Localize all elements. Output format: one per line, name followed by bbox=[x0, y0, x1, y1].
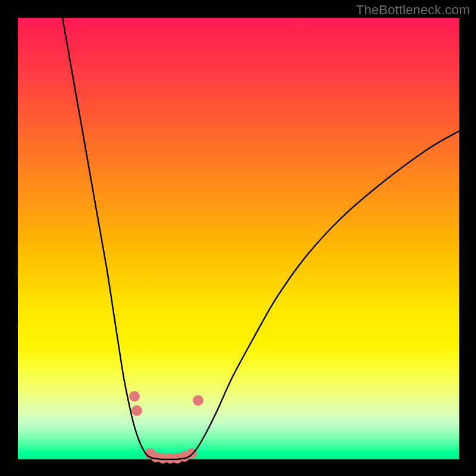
bottleneck-curve bbox=[62, 18, 459, 459]
plot-area bbox=[18, 18, 459, 459]
chart-frame: TheBottleneck.com bbox=[0, 0, 476, 476]
watermark-text: TheBottleneck.com bbox=[356, 2, 470, 18]
marker-dots bbox=[129, 391, 203, 464]
marker-dot bbox=[129, 391, 140, 402]
marker-dot bbox=[131, 405, 142, 416]
marker-dot bbox=[193, 395, 203, 406]
curve-layer bbox=[18, 18, 459, 459]
